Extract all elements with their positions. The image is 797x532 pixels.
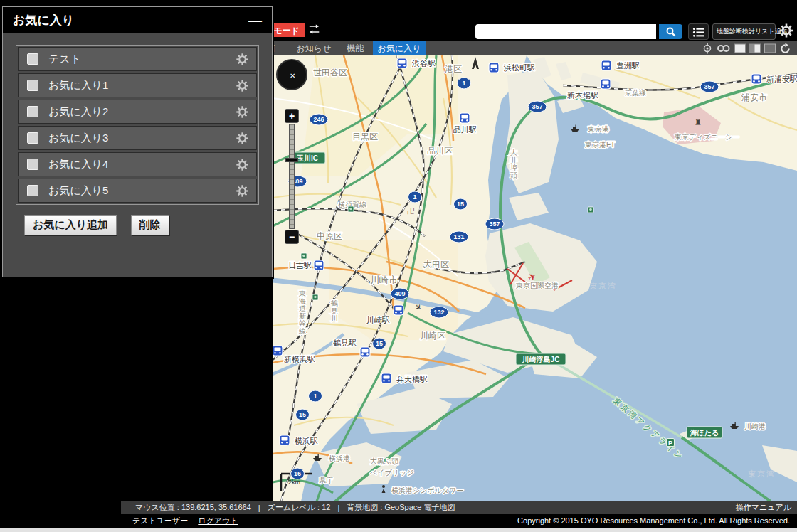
favorite-checkbox[interactable]	[27, 80, 38, 91]
window-edge	[0, 528, 797, 532]
user-name: テストユーザー	[132, 516, 188, 526]
zoom-slider-track[interactable]	[289, 124, 295, 229]
favorite-item[interactable]: テスト	[18, 47, 257, 71]
search-button[interactable]	[659, 24, 682, 39]
favorite-checkbox[interactable]	[27, 106, 38, 117]
svg-text:東京港: 東京港	[587, 125, 609, 133]
svg-text:渋谷駅: 渋谷駅	[411, 59, 436, 68]
favorite-gear-button[interactable]	[236, 53, 249, 66]
panel-split-icon[interactable]	[749, 43, 761, 53]
favorites-title: お気に入り	[13, 12, 74, 28]
favorite-gear-button[interactable]	[236, 79, 249, 92]
pan-right-arrow-icon[interactable]	[297, 72, 304, 79]
svg-text:県庁: 県庁	[319, 477, 333, 484]
tab-functions[interactable]: 機能	[339, 41, 371, 55]
favorite-checkbox[interactable]	[27, 132, 38, 144]
park-icon	[312, 294, 318, 300]
svg-text:中原区: 中原区	[317, 231, 342, 241]
zoom-slider-handle[interactable]	[285, 158, 298, 162]
separator: |	[258, 504, 260, 512]
favorite-item[interactable]: お気に入り2	[18, 100, 257, 124]
pan-left-arrow-icon[interactable]	[280, 72, 287, 79]
svg-text:357: 357	[532, 103, 542, 110]
zoom-in-button[interactable]: +	[285, 109, 299, 123]
svg-text:弁天橋駅: 弁天橋駅	[396, 375, 428, 383]
station-icon	[381, 373, 391, 383]
tab-news[interactable]: お知らせ	[292, 41, 336, 55]
svg-text:2km: 2km	[288, 479, 300, 486]
favorite-checkbox[interactable]	[27, 53, 38, 65]
gear-icon	[236, 184, 249, 198]
result-list-button[interactable]	[688, 23, 709, 40]
zoom-out-button[interactable]: −	[285, 230, 299, 244]
mouse-position-readout: マウス位置 : 139.6215, 35.61664	[135, 502, 251, 513]
add-to-study-list-button[interactable]: 地盤診断検討リスト追加	[712, 23, 776, 40]
svg-text:409: 409	[394, 290, 405, 297]
gear-icon	[236, 158, 249, 171]
favorite-checkbox[interactable]	[27, 159, 38, 170]
station-icon	[314, 260, 324, 270]
svg-text:357: 357	[489, 220, 500, 228]
favorite-label: お気に入り5	[48, 184, 108, 198]
svg-text:横浜港シンボルタワー: 横浜港シンボルタワー	[391, 486, 463, 494]
favorite-item[interactable]: お気に入り3	[18, 126, 257, 150]
refresh-icon[interactable]	[779, 43, 791, 55]
favorite-item[interactable]: お気に入り1	[18, 73, 257, 97]
location-crosshair-icon[interactable]	[702, 43, 713, 54]
favorites-titlebar[interactable]: お気に入り —	[3, 7, 272, 33]
svg-text:16: 16	[294, 470, 301, 477]
pan-center-icon[interactable]: ✕	[290, 73, 297, 80]
station-icon	[460, 113, 470, 123]
map-canvas[interactable]: 2km 世田谷区港区目黒区品川区大田区中原区川崎市川崎区浦安市横須賀線京葉線大井…	[273, 55, 797, 501]
favorite-gear-button[interactable]	[236, 158, 249, 171]
favorite-item[interactable]: お気に入り4	[18, 152, 257, 176]
station-icon	[397, 58, 407, 68]
manual-link[interactable]: 操作マニュアル	[736, 502, 791, 513]
search-input[interactable]	[475, 24, 656, 39]
favorite-item[interactable]: お気に入り5	[18, 179, 257, 203]
settings-gear-button[interactable]	[778, 23, 796, 40]
map-image: 2km 世田谷区港区目黒区品川区大田区中原区川崎市川崎区浦安市横須賀線京葉線大井…	[273, 55, 797, 501]
favorite-gear-button[interactable]	[236, 105, 249, 119]
delete-favorite-button[interactable]: 削除	[131, 215, 169, 235]
svg-text:15: 15	[299, 411, 306, 418]
gear-icon	[236, 105, 249, 119]
svg-text:豊洲駅: 豊洲駅	[616, 61, 640, 70]
svg-text:横浜駅: 横浜駅	[295, 437, 318, 445]
add-to-study-list-label: 地盤診断検討リスト追加	[717, 27, 788, 36]
svg-text:1: 1	[462, 80, 465, 87]
pan-down-arrow-icon[interactable]	[289, 80, 296, 87]
svg-text:ベイブリッジ: ベイブリッジ	[370, 469, 413, 477]
panel-light-icon[interactable]	[734, 43, 746, 53]
copyright-text: Copyright © 2015 OYO Resources Managemen…	[517, 516, 790, 525]
svg-text:131: 131	[453, 233, 464, 240]
add-favorite-button[interactable]: お気に入り追加	[24, 215, 117, 235]
favorite-gear-button[interactable]	[236, 184, 249, 198]
pan-up-arrow-icon[interactable]	[289, 63, 296, 70]
favorite-label: お気に入り2	[48, 105, 108, 119]
svg-text:京葉線: 京葉線	[625, 89, 646, 97]
svg-text:東京国際空港: 東京国際空港	[515, 282, 559, 289]
link-icon[interactable]	[717, 43, 731, 53]
gear-icon	[236, 53, 249, 66]
pan-control[interactable]: ✕	[276, 59, 307, 90]
swap-arrows-icon[interactable]	[308, 24, 321, 38]
svg-text:浜松町駅: 浜松町駅	[503, 63, 535, 72]
svg-text:卍: 卍	[407, 207, 414, 215]
favorite-gear-button[interactable]	[236, 132, 249, 145]
svg-text:東京ディズニーシー: 東京ディズニーシー	[674, 133, 739, 141]
favorites-panel: お気に入り — テストお気に入り1お気に入り2お気に入り3お気に入り4お気に入り…	[2, 6, 273, 277]
panel-dark-icon[interactable]	[764, 43, 776, 53]
svg-text:鶴見川: 鶴見川	[330, 299, 338, 322]
svg-text:P: P	[668, 440, 672, 447]
minimize-icon[interactable]: —	[248, 14, 262, 27]
logout-link[interactable]: ログアウト	[198, 516, 238, 526]
favorite-checkbox[interactable]	[27, 185, 38, 196]
svg-text:品川駅: 品川駅	[453, 125, 477, 134]
favorite-label: お気に入り1	[48, 79, 108, 92]
separator: |	[337, 504, 339, 512]
svg-text:海ほたる: 海ほたる	[690, 429, 719, 437]
svg-text:357: 357	[704, 83, 714, 90]
svg-text:品川区: 品川区	[427, 146, 453, 156]
tab-favorites[interactable]: お気に入り	[373, 41, 426, 55]
